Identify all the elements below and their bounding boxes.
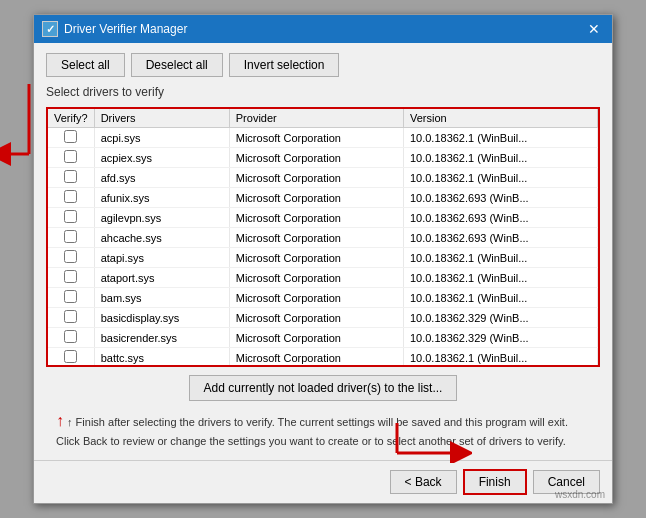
toolbar: Select all Deselect all Invert selection: [46, 53, 600, 77]
driver-provider: Microsoft Corporation: [229, 308, 403, 328]
driver-checkbox[interactable]: [64, 130, 77, 143]
driver-name: battc.sys: [94, 348, 229, 368]
driver-checkbox[interactable]: [64, 310, 77, 323]
table-row: basicdisplay.sysMicrosoft Corporation10.…: [48, 308, 598, 328]
driver-name: bam.sys: [94, 288, 229, 308]
driver-version: 10.0.18362.1 (WinBuil...: [403, 348, 597, 368]
driver-provider: Microsoft Corporation: [229, 188, 403, 208]
driver-name: ahcache.sys: [94, 228, 229, 248]
driver-checkbox[interactable]: [64, 150, 77, 163]
table-row: battc.sysMicrosoft Corporation10.0.18362…: [48, 348, 598, 368]
table-row: basicrender.sysMicrosoft Corporation10.0…: [48, 328, 598, 348]
driver-version: 10.0.18362.1 (WinBuil...: [403, 248, 597, 268]
col-header-drivers: Drivers: [94, 109, 229, 128]
driver-name: agilevpn.sys: [94, 208, 229, 228]
table-row: atapi.sysMicrosoft Corporation10.0.18362…: [48, 248, 598, 268]
driver-table-container[interactable]: Verify? Drivers Provider Version acpi.sy…: [46, 107, 600, 367]
driver-name: afunix.sys: [94, 188, 229, 208]
table-row: ataport.sysMicrosoft Corporation10.0.183…: [48, 268, 598, 288]
driver-name: acpi.sys: [94, 128, 229, 148]
driver-table: Verify? Drivers Provider Version acpi.sy…: [48, 109, 598, 367]
driver-checkbox[interactable]: [64, 250, 77, 263]
driver-version: 10.0.18362.1 (WinBuil...: [403, 128, 597, 148]
driver-version: 10.0.18362.329 (WinB...: [403, 308, 597, 328]
driver-provider: Microsoft Corporation: [229, 328, 403, 348]
table-row: acpi.sysMicrosoft Corporation10.0.18362.…: [48, 128, 598, 148]
select-all-button[interactable]: Select all: [46, 53, 125, 77]
driver-name: atapi.sys: [94, 248, 229, 268]
col-header-version: Version: [403, 109, 597, 128]
left-arrow-icon: [0, 74, 31, 194]
driver-checkbox[interactable]: [64, 190, 77, 203]
col-header-provider: Provider: [229, 109, 403, 128]
driver-version: 10.0.18362.693 (WinB...: [403, 228, 597, 248]
bottom-bar: < Back Finish Cancel: [34, 460, 612, 503]
driver-checkbox[interactable]: [64, 330, 77, 343]
driver-name: afd.sys: [94, 168, 229, 188]
driver-version: 10.0.18362.1 (WinBuil...: [403, 268, 597, 288]
driver-provider: Microsoft Corporation: [229, 128, 403, 148]
invert-selection-button[interactable]: Invert selection: [229, 53, 340, 77]
info-section: ↑ ↑ Finish after selecting the drivers t…: [46, 409, 600, 450]
close-button[interactable]: ✕: [584, 21, 604, 37]
driver-provider: Microsoft Corporation: [229, 168, 403, 188]
add-drivers-button[interactable]: Add currently not loaded driver(s) to th…: [189, 375, 458, 401]
driver-version: 10.0.18362.1 (WinBuil...: [403, 168, 597, 188]
driver-name: acpiex.sys: [94, 148, 229, 168]
driver-version: 10.0.18362.693 (WinB...: [403, 188, 597, 208]
driver-provider: Microsoft Corporation: [229, 228, 403, 248]
driver-version: 10.0.18362.329 (WinB...: [403, 328, 597, 348]
deselect-all-button[interactable]: Deselect all: [131, 53, 223, 77]
title-bar: ✓ Driver Verifier Manager ✕: [34, 15, 612, 43]
info-line-2: Click Back to review or change the setti…: [56, 433, 600, 450]
driver-checkbox[interactable]: [64, 230, 77, 243]
table-row: afd.sysMicrosoft Corporation10.0.18362.1…: [48, 168, 598, 188]
driver-checkbox[interactable]: [64, 270, 77, 283]
driver-provider: Microsoft Corporation: [229, 288, 403, 308]
driver-version: 10.0.18362.1 (WinBuil...: [403, 148, 597, 168]
window-icon: ✓: [42, 21, 58, 37]
info-line-1: ↑ ↑ Finish after selecting the drivers t…: [56, 409, 600, 433]
col-header-verify: Verify?: [48, 109, 94, 128]
driver-checkbox[interactable]: [64, 170, 77, 183]
driver-provider: Microsoft Corporation: [229, 148, 403, 168]
driver-name: basicdisplay.sys: [94, 308, 229, 328]
section-label: Select drivers to verify: [46, 85, 600, 99]
driver-version: 10.0.18362.693 (WinB...: [403, 208, 597, 228]
table-row: bam.sysMicrosoft Corporation10.0.18362.1…: [48, 288, 598, 308]
table-row: agilevpn.sysMicrosoft Corporation10.0.18…: [48, 208, 598, 228]
table-row: acpiex.sysMicrosoft Corporation10.0.1836…: [48, 148, 598, 168]
driver-checkbox[interactable]: [64, 210, 77, 223]
back-button[interactable]: < Back: [390, 470, 457, 494]
finish-button[interactable]: Finish: [463, 469, 527, 495]
driver-provider: Microsoft Corporation: [229, 348, 403, 368]
watermark: wsxdn.com: [555, 489, 605, 500]
driver-checkbox[interactable]: [64, 350, 77, 363]
window-title: Driver Verifier Manager: [64, 22, 187, 36]
driver-name: ataport.sys: [94, 268, 229, 288]
main-window: ✓ Driver Verifier Manager ✕ Select all D…: [33, 14, 613, 504]
driver-provider: Microsoft Corporation: [229, 208, 403, 228]
driver-version: 10.0.18362.1 (WinBuil...: [403, 288, 597, 308]
table-row: ahcache.sysMicrosoft Corporation10.0.183…: [48, 228, 598, 248]
driver-checkbox[interactable]: [64, 290, 77, 303]
driver-provider: Microsoft Corporation: [229, 268, 403, 288]
driver-name: basicrender.sys: [94, 328, 229, 348]
table-row: afunix.sysMicrosoft Corporation10.0.1836…: [48, 188, 598, 208]
driver-provider: Microsoft Corporation: [229, 248, 403, 268]
